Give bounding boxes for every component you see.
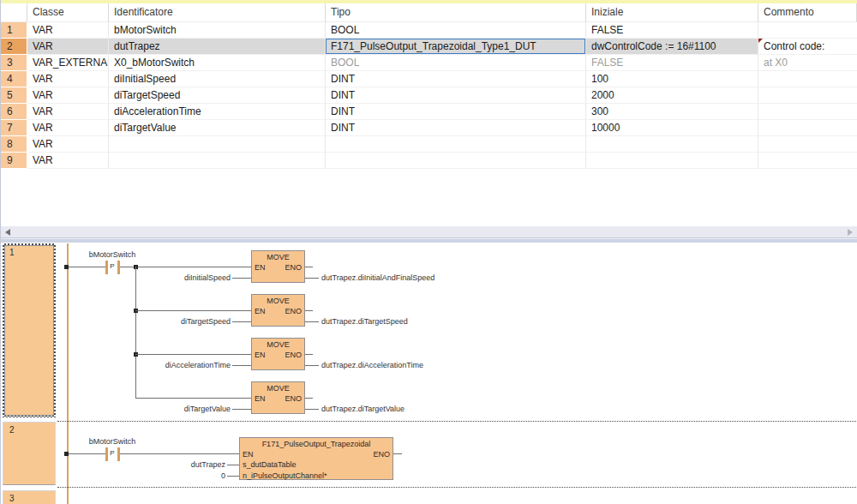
scroll-left-arrow-icon[interactable] [5,229,10,236]
row-number[interactable]: 1 [1,22,27,39]
move-function-block[interactable]: MOVE ENENO [251,381,305,414]
block-output-label[interactable]: dutTrapez.diTargetValue [321,404,405,414]
cell-tipo[interactable]: DINT [326,104,586,120]
block-input-label[interactable]: diTargetValue [87,404,231,414]
cell-tipo-selected[interactable]: F171_PulseOutput_Trapezoidal_Type1_DUT [326,39,586,55]
row-number[interactable]: 8 [1,136,27,153]
cell-commento[interactable] [758,22,857,39]
pin-eno: ENO [285,350,302,360]
block-input-label[interactable]: diAccelerationTime [87,360,231,370]
cell-identificatore[interactable]: diTargetValue [109,120,326,136]
cell-classe[interactable]: VAR [27,71,109,87]
cell-classe[interactable]: VAR_EXTERNAL [27,55,109,71]
pin-eno: ENO [285,262,302,273]
scroll-right-arrow-icon[interactable] [848,229,853,236]
cell-classe[interactable]: VAR [27,87,109,104]
cell-identificatore[interactable] [109,136,326,153]
cell-iniziale[interactable]: FALSE [586,22,758,39]
header-commento[interactable]: Commento [758,3,857,22]
f171-function-block[interactable]: F171_PulseOutput_Trapezoidal ENENO s_dut… [239,437,393,480]
cell-classe[interactable]: VAR [27,153,109,169]
cell-identificatore[interactable]: diAccelerationTime [109,104,326,120]
cell-tipo[interactable]: DINT [326,71,586,87]
table-row: 6 VAR diAccelerationTime DINT 300 [1,104,857,120]
header-tipo[interactable]: Tipo [326,3,586,22]
wire [120,453,239,454]
cell-identificatore[interactable] [109,153,326,169]
cell-iniziale[interactable]: dwControlCode := 16#1100 [586,39,758,55]
pin-s-dutdatatable: s_dutDataTable [240,459,393,471]
cell-iniziale[interactable] [586,136,758,153]
network-3-number-box[interactable]: 3 [3,490,56,504]
header-identificatore[interactable]: Identificatore [109,3,326,22]
wire [120,267,251,267]
header-iniziale[interactable]: Iniziale [586,3,758,22]
cell-commento[interactable] [758,120,857,136]
block-output-label[interactable]: dutTrapez.diAccelerationTime [321,360,423,370]
move-function-block[interactable]: MOVE ENENO [251,338,305,370]
cell-iniziale[interactable]: 300 [586,104,758,120]
cell-classe[interactable]: VAR [27,22,109,39]
cell-commento[interactable] [758,104,857,120]
cell-classe[interactable]: VAR [27,104,109,120]
cell-iniziale[interactable]: 100 [586,71,758,87]
wire [227,465,239,465]
cell-commento[interactable] [758,87,857,104]
row-number[interactable]: 7 [1,120,27,136]
network-1-selection[interactable]: 1 [3,243,56,417]
move-function-block[interactable]: MOVE ENENO [251,294,305,327]
cell-classe[interactable]: VAR [27,39,109,55]
move-function-block[interactable]: MOVE ENENO [251,250,305,283]
block-input-label[interactable]: dutTrapez [87,459,225,470]
cell-iniziale[interactable]: 10000 [586,120,758,136]
wire [232,409,251,410]
wire [305,321,319,322]
row-number[interactable]: 9 [1,153,27,169]
cell-identificatore[interactable]: dutTrapez [109,39,326,55]
cell-commento[interactable] [758,153,857,169]
pin-en: EN [255,262,266,273]
wire [135,310,251,311]
ladder-editor[interactable]: 1 2 3 bMotorSwitch P MOVE ENENO diInitia… [1,243,857,504]
network-2-number-box[interactable]: 2 [3,422,56,485]
cell-iniziale[interactable]: 2000 [586,87,758,104]
block-output-label[interactable]: dutTrapez.diInitialAndFinalSpeed [321,273,434,283]
wire [232,321,251,322]
block-input-label[interactable]: diTargetSpeed [87,316,231,327]
cell-identificatore[interactable]: diTargetSpeed [109,87,326,104]
cell-iniziale[interactable]: FALSE [586,55,758,71]
contact-variable-label[interactable]: bMotorSwitch [83,436,141,447]
contact-variable-label[interactable]: bMotorSwitch [83,249,141,260]
cell-commento[interactable] [758,136,857,153]
row-number[interactable]: 4 [1,71,27,87]
row-number[interactable]: 5 [1,87,27,104]
block-input-label[interactable]: 0 [87,471,225,481]
cell-classe[interactable]: VAR [27,120,109,136]
row-number[interactable]: 3 [1,55,27,71]
cell-commento[interactable]: at X0 [758,55,857,71]
wire [135,398,251,399]
cell-identificatore[interactable]: diInitialSpeed [109,71,326,87]
cell-classe[interactable]: VAR [27,136,109,153]
cell-identificatore[interactable]: X0_bMotorSwitch [109,55,326,71]
network-1-number-box[interactable]: 1 [4,245,54,416]
header-classe[interactable]: Classe [27,3,109,22]
cell-tipo[interactable]: BOOL [326,55,586,71]
cell-commento[interactable] [758,71,857,87]
cell-tipo[interactable]: DINT [326,120,586,136]
cell-commento[interactable]: Control code: [758,39,857,55]
cell-tipo[interactable] [326,136,586,153]
cell-tipo[interactable]: BOOL [326,22,586,39]
cell-tipo[interactable] [326,153,586,169]
block-output-label[interactable]: dutTrapez.diTargetSpeed [321,316,408,327]
cell-iniziale[interactable] [586,153,758,169]
horizontal-scrollbar[interactable] [1,226,857,238]
pin-en: EN [255,306,266,316]
contact-p-modifier: P [107,448,117,459]
block-input-label[interactable]: diInitialSpeed [87,273,231,283]
row-number[interactable]: 2 [1,39,27,55]
cell-identificatore[interactable]: bMotorSwitch [109,22,326,39]
pin-en: EN [255,350,266,360]
row-number[interactable]: 6 [1,104,27,120]
cell-tipo[interactable]: DINT [326,87,586,104]
